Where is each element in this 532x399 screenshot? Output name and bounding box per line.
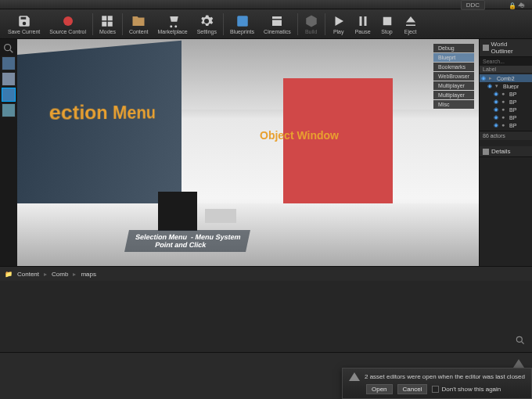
left-rail xyxy=(0,39,17,266)
actor-icon: ● xyxy=(501,122,508,128)
toast-open-button[interactable]: Open xyxy=(366,384,393,394)
vp-tab-blueprint[interactable]: Blueprt xyxy=(433,53,474,62)
title-bar: DDC xyxy=(0,0,532,9)
tree-row-root[interactable]: ◉ ▸ Comb2 xyxy=(480,74,532,82)
modes-button[interactable]: Modes xyxy=(95,10,120,38)
pause-button[interactable]: Pause xyxy=(350,10,376,38)
play-button[interactable]: Play xyxy=(327,10,350,38)
lock-icon[interactable]: 🔒 xyxy=(509,2,516,10)
play-icon xyxy=(332,14,346,28)
tree-row[interactable]: ◉●BP_ xyxy=(480,90,532,98)
main-toolbar: Save Current Source Control Modes Conten… xyxy=(0,9,532,39)
outliner-search-input[interactable]: Search... xyxy=(480,57,532,66)
scene-text-selection-menu: ection Menu xyxy=(49,101,156,125)
chevron-right-icon: ▸ xyxy=(44,271,47,278)
eject-icon xyxy=(404,14,418,28)
svg-point-3 xyxy=(5,45,11,51)
vp-tab-multiplayer[interactable]: Multiplayer xyxy=(433,81,474,90)
tree-row[interactable]: ◉●BP_ xyxy=(480,98,532,106)
source-control-button[interactable]: Source Control xyxy=(45,10,91,38)
viewport-tabs: Debug Blueprt Bookmarks WebBrowser Multi… xyxy=(433,44,474,109)
build-icon xyxy=(304,14,318,28)
search-icon[interactable] xyxy=(2,42,15,55)
separator xyxy=(297,13,298,35)
toast-cancel-button[interactable]: Cancel xyxy=(397,384,428,394)
eye-icon[interactable]: ◉ xyxy=(494,114,500,120)
clapboard-icon xyxy=(270,14,284,28)
svg-point-0 xyxy=(63,16,73,26)
outliner-column-label[interactable]: Label xyxy=(480,66,532,73)
thumbnail-2[interactable] xyxy=(2,72,16,86)
save-current-button[interactable]: Save Current xyxy=(3,10,45,38)
actor-icon: ● xyxy=(501,91,508,97)
settings-icon[interactable]: ⚙ xyxy=(519,2,527,10)
separator xyxy=(122,13,123,35)
blueprint-icon xyxy=(235,14,250,28)
blueprints-button[interactable]: Blueprints xyxy=(225,10,259,38)
scene-text-object-window: Object Window xyxy=(260,129,339,142)
content-browser-body[interactable] xyxy=(0,281,532,352)
thumbnail-1[interactable] xyxy=(2,56,16,70)
eye-icon[interactable]: ◉ xyxy=(481,75,487,81)
outliner-tree: ◉ ▸ Comb2 ◉ ▾ Bluepr ◉●BP_ ◉●BP_ ◉●BP_ ◉… xyxy=(480,73,532,131)
build-button[interactable]: Build xyxy=(300,10,323,38)
floppy-icon xyxy=(17,14,31,28)
world-icon: ▸ xyxy=(489,75,495,81)
tree-row-folder[interactable]: ◉ ▾ Bluepr xyxy=(480,82,532,90)
eye-icon[interactable]: ◉ xyxy=(494,106,500,113)
actor-icon: ● xyxy=(501,106,508,113)
tree-row[interactable]: ◉●BP_ xyxy=(480,121,532,129)
tree-row[interactable]: ◉●BP_ xyxy=(480,106,532,113)
asset-editors-toast: 2 asset editors were open when the edito… xyxy=(342,368,532,399)
viewport[interactable]: ection Menu Object Window Selection Menu… xyxy=(17,39,479,266)
eye-icon[interactable]: ◉ xyxy=(487,83,494,89)
modes-icon xyxy=(100,14,114,28)
separator xyxy=(223,13,224,35)
checkbox-icon[interactable] xyxy=(432,386,439,393)
breadcrumb[interactable]: Comb xyxy=(52,271,68,278)
thumbnail-4[interactable] xyxy=(2,103,16,117)
stop-button[interactable]: Stop xyxy=(376,10,399,38)
folder-icon: 📁 xyxy=(5,271,13,278)
chevron-right-icon: ▸ xyxy=(73,271,76,278)
details-icon xyxy=(483,149,489,155)
warning-icon xyxy=(349,372,360,381)
world-outliner-tab[interactable]: World Outliner xyxy=(480,39,532,57)
outliner-icon xyxy=(483,45,489,51)
tree-row[interactable]: ◉●BP_ xyxy=(480,113,532,121)
content-browser: 📁 Content ▸ Comb ▸ maps 🔒 ⚙ xyxy=(0,266,532,352)
vp-tab-webbrowser[interactable]: WebBrowser xyxy=(433,72,474,81)
vp-tab-misc[interactable]: Misc xyxy=(433,100,474,109)
gear-icon xyxy=(200,14,214,28)
cart-icon xyxy=(166,14,180,28)
world-outliner-panel: World Outliner Search... Label ◉ ▸ Comb2… xyxy=(479,39,532,266)
separator xyxy=(92,13,93,35)
vp-tab-multiplayer2[interactable]: Multiplayer xyxy=(433,91,474,99)
folder-icon: ▾ xyxy=(495,83,501,89)
cinematics-button[interactable]: Cinematics xyxy=(259,10,296,38)
search-icon[interactable] xyxy=(515,335,526,346)
settings-button[interactable]: Settings xyxy=(192,10,221,38)
actor-count: 86 actors xyxy=(480,131,532,140)
vp-tab-bookmarks[interactable]: Bookmarks xyxy=(433,63,474,71)
source-control-icon xyxy=(61,14,75,28)
dont-show-checkbox[interactable]: Don't show this again xyxy=(432,386,501,393)
actor-icon: ● xyxy=(501,114,508,120)
svg-point-4 xyxy=(516,336,522,342)
eye-icon[interactable]: ◉ xyxy=(494,99,500,105)
content-button[interactable]: Content xyxy=(124,10,153,38)
breadcrumb[interactable]: maps xyxy=(81,271,96,278)
eject-button[interactable]: Eject xyxy=(399,10,422,38)
breadcrumb[interactable]: Content xyxy=(17,271,39,278)
vp-tab-debug[interactable]: Debug xyxy=(433,44,474,52)
eye-icon[interactable]: ◉ xyxy=(494,122,500,128)
marketplace-button[interactable]: Marketplace xyxy=(153,10,192,38)
stop-icon xyxy=(380,14,394,28)
thumbnail-3[interactable] xyxy=(2,88,16,102)
eye-icon[interactable]: ◉ xyxy=(494,91,500,97)
pause-icon xyxy=(356,14,370,28)
scene-caption: Selection Menu - Menu System Point and C… xyxy=(124,230,250,252)
details-tab[interactable]: Details xyxy=(480,146,532,157)
toast-message: 2 asset editors were open when the edito… xyxy=(365,373,525,380)
ddc-button[interactable]: DDC xyxy=(461,0,485,10)
